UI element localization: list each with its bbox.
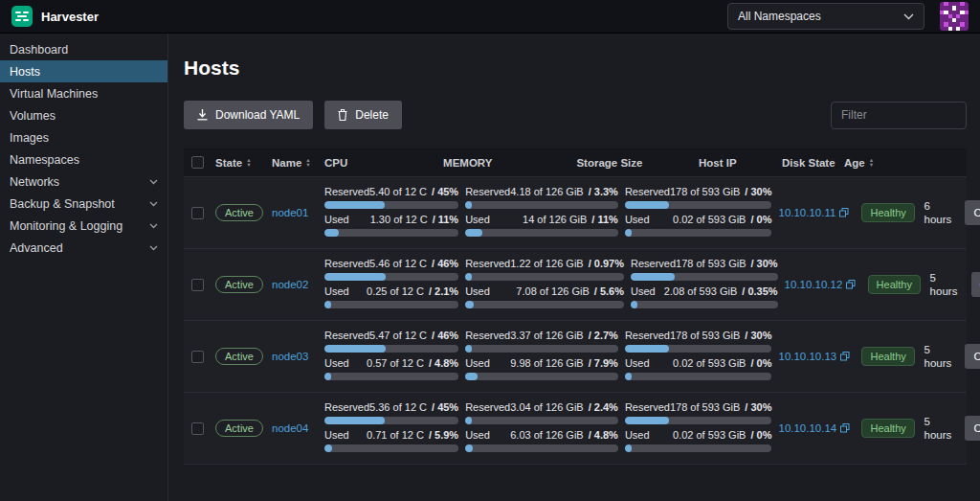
row-checkbox[interactable]: [191, 207, 204, 219]
storage-used-pct: / 0%: [750, 428, 771, 443]
cpu-reserved-value: 5.40 of 12 C: [369, 185, 427, 199]
console-button[interactable]: Console: [965, 200, 980, 225]
memory-used-value: 9.98 of 126 GiB: [510, 356, 583, 371]
sidebar-item-monitoring-logging[interactable]: Monitoring & Logging: [0, 215, 167, 237]
chevron-down-icon: [149, 245, 158, 251]
host-ip-link[interactable]: 10.10.10.11: [778, 207, 835, 218]
storage-reserved-bar: [625, 345, 772, 353]
used-label: Used: [625, 213, 650, 227]
memory-reserved-bar: [465, 345, 618, 353]
sidebar-item-networks[interactable]: Networks: [0, 171, 167, 193]
reserved-label: Reserved: [465, 400, 510, 415]
storage-used-value: 0.02 of 593 GiB: [673, 356, 746, 371]
cpu-used-pct: / 2.1%: [429, 285, 458, 299]
reserved-label: Reserved: [625, 329, 670, 343]
memory-reserved-pct: / 2.7%: [589, 329, 618, 343]
sidebar-item-images[interactable]: Images: [0, 126, 167, 148]
download-yaml-button[interactable]: Download YAML: [184, 101, 313, 129]
console-button[interactable]: Console: [965, 344, 980, 369]
host-ip-link[interactable]: 10.10.10.13: [778, 351, 836, 362]
memory-used-value: 7.08 of 126 GiB: [516, 285, 589, 299]
sidebar-item-virtual-machines[interactable]: Virtual Machines: [0, 82, 167, 104]
copy-icon[interactable]: [840, 352, 850, 361]
sort-icon: ▲▼: [305, 158, 310, 167]
table-header: State ▲▼ Name ▲▼ CPU MEMORY Storage Size…: [184, 148, 967, 177]
sidebar-item-hosts[interactable]: Hosts: [0, 60, 167, 82]
delete-button[interactable]: Delete: [324, 101, 402, 129]
table-row: Active node04 Reserved 5.36 of 12 C / 45…: [184, 393, 967, 465]
memory-reserved-bar: [465, 273, 624, 281]
header-name[interactable]: Name ▲▼: [272, 157, 318, 169]
memory-used-pct: / 4.8%: [589, 428, 618, 443]
used-label: Used: [324, 285, 349, 299]
disk-state-badge: Healthy: [868, 275, 921, 294]
cpu-cell: Reserved 5.46 of 12 C / 46% Used 0.25 of…: [324, 257, 458, 312]
storage-used-bar: [625, 229, 772, 237]
harvester-logo-icon[interactable]: [11, 6, 33, 27]
memory-cell: Reserved 4.18 of 126 GiB / 3.3% Used 14 …: [465, 185, 618, 240]
header-state[interactable]: State ▲▼: [215, 157, 265, 169]
sidebar-item-namespaces[interactable]: Namespaces: [0, 148, 167, 171]
storage-cell: Reserved 178 of 593 GiB / 30% Used 0.02 …: [625, 329, 772, 384]
sidebar-item-volumes[interactable]: Volumes: [0, 104, 167, 126]
copy-icon[interactable]: [839, 208, 849, 217]
host-name-link[interactable]: node02: [272, 279, 318, 290]
row-checkbox[interactable]: [191, 422, 204, 435]
sort-icon: ▲▼: [869, 158, 874, 167]
table-row: Active node02 Reserved 5.46 of 12 C / 46…: [184, 249, 967, 321]
sidebar-item-advanced[interactable]: Advanced: [0, 237, 167, 259]
console-button[interactable]: Console: [965, 416, 980, 441]
row-checkbox[interactable]: [191, 279, 204, 291]
reserved-label: Reserved: [465, 185, 510, 199]
used-label: Used: [324, 428, 349, 443]
host-ip-link[interactable]: 10.10.10.12: [785, 279, 843, 290]
copy-icon[interactable]: [846, 280, 856, 289]
reserved-label: Reserved: [465, 257, 510, 271]
storage-reserved-pct: / 30%: [750, 257, 777, 271]
memory-cell: Reserved 3.04 of 126 GiB / 2.4% Used 6.0…: [465, 400, 618, 456]
host-name-link[interactable]: node04: [272, 422, 318, 434]
chevron-down-icon: [149, 223, 158, 229]
namespace-selector[interactable]: All Namespaces: [727, 3, 924, 30]
host-ip-link[interactable]: 10.10.10.14: [778, 422, 836, 434]
user-avatar[interactable]: [940, 2, 969, 31]
copy-icon[interactable]: [840, 423, 850, 433]
console-button[interactable]: Console: [971, 272, 980, 297]
status-badge: Active: [215, 420, 263, 437]
cpu-cell: Reserved 5.47 of 12 C / 46% Used 0.57 of…: [324, 329, 458, 384]
sidebar: Dashboard Hosts Virtual Machines Volumes…: [0, 34, 168, 501]
table-body: Active node01 Reserved 5.40 of 12 C / 45…: [184, 177, 967, 465]
cpu-cell: Reserved 5.40 of 12 C / 45% Used 1.30 of…: [324, 185, 458, 240]
used-label: Used: [324, 213, 349, 227]
row-checkbox[interactable]: [191, 351, 204, 363]
sidebar-item-dashboard[interactable]: Dashboard: [0, 38, 167, 60]
download-icon: [197, 109, 208, 121]
storage-used-bar: [625, 373, 772, 380]
storage-cell: Reserved 178 of 593 GiB / 30% Used 0.02 …: [625, 400, 772, 456]
select-all-checkbox[interactable]: [191, 156, 204, 169]
storage-reserved-value: 178 of 593 GiB: [670, 400, 740, 415]
memory-used-value: 6.03 of 126 GiB: [510, 428, 583, 443]
header-memory: MEMORY: [443, 157, 569, 169]
host-name-link[interactable]: node03: [272, 351, 318, 362]
memory-used-bar: [465, 229, 618, 237]
filter-input[interactable]: [831, 102, 967, 129]
topbar: Harvester All Namespaces: [0, 0, 980, 34]
page-title: Hosts: [184, 57, 967, 80]
disk-state-badge: Healthy: [861, 419, 914, 438]
header-age[interactable]: Age ▲▼: [844, 157, 879, 169]
table-row: Active node03 Reserved 5.47 of 12 C / 46…: [184, 321, 967, 393]
reserved-label: Reserved: [324, 400, 369, 415]
cpu-cell: Reserved 5.36 of 12 C / 45% Used 0.71 of…: [324, 400, 458, 456]
cpu-used-value: 0.25 of 12 C: [367, 285, 424, 299]
cpu-reserved-value: 5.36 of 12 C: [369, 400, 427, 415]
status-badge: Active: [215, 204, 263, 221]
storage-reserved-value: 178 of 593 GiB: [670, 185, 740, 199]
memory-used-bar: [465, 301, 624, 308]
reserved-label: Reserved: [465, 329, 510, 343]
memory-used-pct: / 11%: [591, 213, 618, 227]
table-row: Active node01 Reserved 5.40 of 12 C / 45…: [184, 177, 967, 249]
host-name-link[interactable]: node01: [272, 207, 318, 218]
sidebar-item-backup-snapshot[interactable]: Backup & Snapshot: [0, 193, 167, 215]
storage-used-bar: [631, 301, 778, 308]
